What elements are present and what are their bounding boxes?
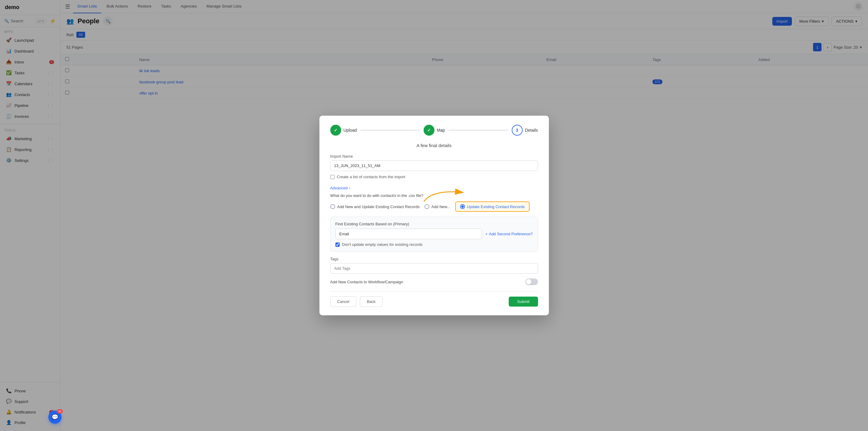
add-preference-button[interactable]: + Add Second Preference? — [486, 232, 533, 236]
radio-dot-1 — [330, 204, 335, 209]
modal-overlay: ✓ Upload ✓ Map 3 Details A few final det… — [0, 0, 868, 431]
step1-circle: ✓ — [330, 125, 341, 135]
submit-button[interactable]: Submit — [509, 297, 538, 307]
step-2: ✓ Map — [424, 125, 445, 135]
find-based-select[interactable]: Email — [335, 228, 482, 239]
radio-dot-3 — [460, 204, 465, 209]
dont-update-label: Don't update empty values for existing r… — [342, 242, 423, 247]
radio-label-3: Update Existing Contact Records — [467, 205, 525, 209]
tags-input[interactable] — [330, 263, 538, 274]
arrow-annotation — [421, 180, 481, 205]
radio-update-existing[interactable]: Update Existing Contact Records — [455, 202, 530, 212]
import-name-label: Import Name — [330, 154, 538, 159]
back-button[interactable]: Back — [360, 296, 382, 307]
chat-badge: 30 — [57, 409, 63, 413]
chat-bubble[interactable]: 💬 30 — [48, 410, 62, 424]
create-list-row: Create a list of contacts from the impor… — [330, 175, 538, 179]
step-connector-2 — [448, 130, 508, 130]
modal-stepper: ✓ Upload ✓ Map 3 Details — [330, 125, 538, 135]
plus-icon: + — [486, 232, 488, 236]
tags-label: Tags — [330, 257, 538, 261]
step3-circle: 3 — [512, 125, 523, 135]
import-name-input[interactable] — [330, 160, 538, 171]
create-list-label: Create a list of contacts from the impor… — [337, 175, 405, 179]
find-based-row: Email + Add Second Preference? — [335, 228, 533, 239]
create-list-checkbox[interactable] — [330, 175, 335, 179]
radio-add-new[interactable]: Add New... — [425, 204, 451, 209]
step3-label: Details — [525, 128, 538, 132]
dont-update-checkbox[interactable] — [335, 243, 340, 247]
radio-dot-2 — [425, 204, 429, 209]
step2-circle: ✓ — [424, 125, 434, 135]
chat-icon: 💬 — [52, 414, 58, 421]
dont-update-row: Don't update empty values for existing r… — [335, 242, 533, 247]
modal-subtitle: A few final details — [330, 143, 538, 148]
advanced-chevron-icon: › — [349, 186, 350, 190]
cancel-button[interactable]: Cancel — [330, 296, 356, 307]
radio-options-group: Add New and Update Existing Contact Reco… — [330, 202, 538, 212]
step-3: 3 Details — [512, 125, 538, 135]
step-connector-1 — [361, 130, 420, 130]
advanced-link-label: Advanced — [330, 186, 348, 190]
radio-label-2: Add New... — [431, 205, 451, 209]
modal-footer: Cancel Back Submit — [330, 296, 538, 307]
add-preference-label: Add Second Preference? — [489, 232, 533, 236]
import-modal: ✓ Upload ✓ Map 3 Details A few final det… — [319, 116, 549, 315]
workflow-label: Add New Contacts to Workflow/Campaign — [330, 280, 403, 284]
advanced-link[interactable]: Advanced › — [330, 186, 350, 190]
radio-add-new-update[interactable]: Add New and Update Existing Contact Reco… — [330, 204, 420, 209]
step-1: ✓ Upload — [330, 125, 357, 135]
find-based-section: Find Existing Contacts Based on (Primary… — [330, 217, 538, 252]
workflow-toggle[interactable] — [525, 278, 538, 285]
tags-section: Tags — [330, 257, 538, 274]
csv-question: What do you want to do with contact/s in… — [330, 193, 538, 198]
radio-label-1: Add New and Update Existing Contact Reco… — [337, 205, 420, 209]
find-based-label: Find Existing Contacts Based on (Primary… — [335, 222, 533, 226]
step1-label: Upload — [344, 128, 357, 132]
workflow-section: Add New Contacts to Workflow/Campaign — [330, 278, 538, 285]
modal-divider — [330, 291, 538, 291]
step2-label: Map — [437, 128, 445, 132]
